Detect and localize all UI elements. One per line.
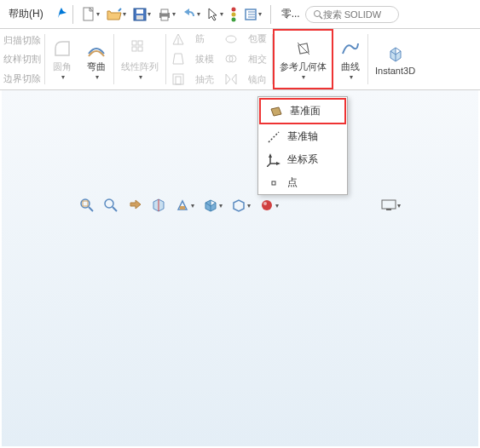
help-menu[interactable]: 帮助(H) — [3, 3, 49, 25]
wrap-icon — [224, 32, 238, 46]
reference-geometry-group[interactable]: 参考几何体 ▾ — [273, 29, 333, 89]
ref-geom-icon — [295, 40, 312, 57]
rebuild-button[interactable] — [228, 5, 239, 24]
search-input[interactable] — [323, 9, 391, 20]
menu-item-label: 点 — [287, 175, 298, 190]
curve-group[interactable]: 曲线 ▾ — [333, 29, 367, 89]
zoom-fit-button[interactable] — [78, 196, 96, 215]
menubar: 帮助(H) ▾ ▾ ▾ ▾ ▾ ▾ ▾ 零... — [0, 0, 480, 29]
svg-marker-44 — [269, 153, 272, 158]
point-icon — [267, 176, 280, 190]
separator — [72, 5, 73, 24]
svg-line-42 — [269, 132, 279, 142]
print-button[interactable]: ▾ — [156, 6, 177, 23]
svg-rect-2 — [136, 9, 143, 14]
svg-rect-3 — [136, 15, 143, 20]
svg-rect-5 — [161, 9, 168, 14]
intersect-icon — [224, 52, 238, 66]
draft-item — [170, 49, 187, 68]
bend-group[interactable]: 弯曲 ▾ — [79, 29, 113, 89]
shell-item — [170, 70, 187, 89]
part-label[interactable]: 零... — [276, 3, 305, 25]
open-button[interactable]: ▾ — [105, 6, 128, 23]
svg-rect-28 — [83, 201, 88, 206]
wrap-label: 包覆 — [246, 30, 269, 49]
search-icon — [313, 9, 323, 20]
separator — [270, 5, 271, 24]
display-style-button[interactable]: ▾ — [201, 196, 224, 215]
prev-view-button[interactable] — [125, 196, 144, 215]
curve-label: 曲线 — [341, 61, 360, 72]
svg-point-34 — [263, 202, 267, 205]
svg-line-15 — [320, 16, 322, 19]
ribbon-labels-col2: 包覆 相交 镜向 — [243, 29, 272, 89]
fillet-icon — [52, 38, 72, 59]
view-orientation-button[interactable]: ▾ — [173, 196, 196, 215]
svg-point-8 — [231, 12, 235, 16]
options-button[interactable]: ▾ — [242, 6, 263, 23]
menu-item-label: 基准轴 — [287, 129, 318, 144]
shell-label: 抽壳 — [194, 70, 216, 89]
ref-menu-datum-axis[interactable]: 基准轴 — [258, 125, 347, 148]
swept-cut: 归描切除 — [3, 34, 41, 46]
svg-point-33 — [262, 200, 272, 210]
svg-rect-32 — [180, 206, 185, 210]
fillet-group: 圆角 ▾ — [45, 29, 79, 89]
chevron-down-icon: ▾ — [61, 73, 65, 81]
svg-rect-35 — [382, 200, 396, 209]
coord-icon — [267, 153, 280, 167]
draft-icon — [171, 52, 185, 66]
svg-point-22 — [226, 36, 236, 43]
bend-label: 弯曲 — [87, 61, 106, 72]
zoom-area-button[interactable] — [101, 196, 120, 215]
save-button[interactable]: ▾ — [131, 6, 153, 23]
svg-point-14 — [314, 10, 320, 16]
hide-show-button[interactable]: ▾ — [229, 196, 252, 215]
search-box[interactable] — [305, 6, 399, 23]
ref-geom-label: 参考几何体 — [280, 61, 327, 72]
bend-icon — [86, 38, 107, 59]
intersect-item — [223, 49, 240, 68]
ribbon-left-cuts: 归描切除 纹样切割 边界切除 — [0, 29, 44, 89]
undo-button[interactable]: ▾ — [181, 7, 202, 22]
svg-rect-17 — [138, 41, 142, 45]
fillet-label: 圆角 — [53, 61, 72, 72]
svg-rect-19 — [138, 47, 142, 51]
chevron-down-icon: ▾ — [139, 73, 142, 81]
intersect-label: 相交 — [246, 49, 269, 68]
menu-item-label: 基准面 — [290, 104, 321, 118]
axis-icon — [267, 130, 280, 144]
section-view-button[interactable] — [149, 196, 168, 215]
instant3d-icon — [385, 43, 406, 63]
viewport-toolbar: ▾ ▾ ▾ ▾ ▾ — [2, 192, 478, 218]
instant3d-group[interactable]: Instant3D — [368, 29, 422, 89]
rib-label: 筋 — [194, 30, 216, 49]
pin-icon[interactable] — [55, 7, 67, 21]
svg-line-47 — [267, 164, 270, 167]
mirror-icon — [224, 72, 238, 86]
select-cursor[interactable]: ▾ — [205, 5, 225, 24]
boundary-cut: 边界切除 — [3, 72, 41, 84]
svg-rect-36 — [386, 209, 391, 210]
viewport[interactable]: ▾ ▾ ▾ ▾ ▾ 软件自学网 WWW.RJZXW.COM — [2, 90, 478, 446]
svg-rect-6 — [161, 16, 168, 20]
ribbon: 归描切除 纹样切割 边界切除 圆角 ▾ 弯曲 ▾ 线性阵列 ▾ 筋 拔模 抽壳 … — [0, 29, 480, 90]
svg-rect-21 — [176, 77, 181, 84]
ribbon-labels-col1: 筋 拔模 抽壳 — [190, 29, 219, 89]
chevron-down-icon: ▾ — [95, 73, 99, 81]
instant3d-label: Instant3D — [375, 66, 415, 77]
ref-menu-point[interactable]: 点 — [258, 171, 347, 194]
rib-item — [170, 30, 187, 49]
ref-menu-coord-system[interactable]: 坐标系 — [258, 148, 347, 171]
svg-rect-48 — [272, 181, 275, 185]
menu-item-label: 坐标系 — [287, 152, 318, 167]
chevron-down-icon: ▾ — [350, 73, 353, 81]
mirror-label: 镜向 — [246, 70, 269, 89]
plane-icon — [269, 105, 283, 118]
view-settings-button[interactable]: ▾ — [379, 196, 402, 215]
ref-menu-datum-plane[interactable]: 基准面 — [259, 98, 346, 124]
appearance-button[interactable]: ▾ — [257, 196, 280, 215]
shell-icon — [171, 72, 185, 86]
new-button[interactable]: ▾ — [80, 5, 101, 24]
svg-rect-18 — [132, 47, 136, 51]
